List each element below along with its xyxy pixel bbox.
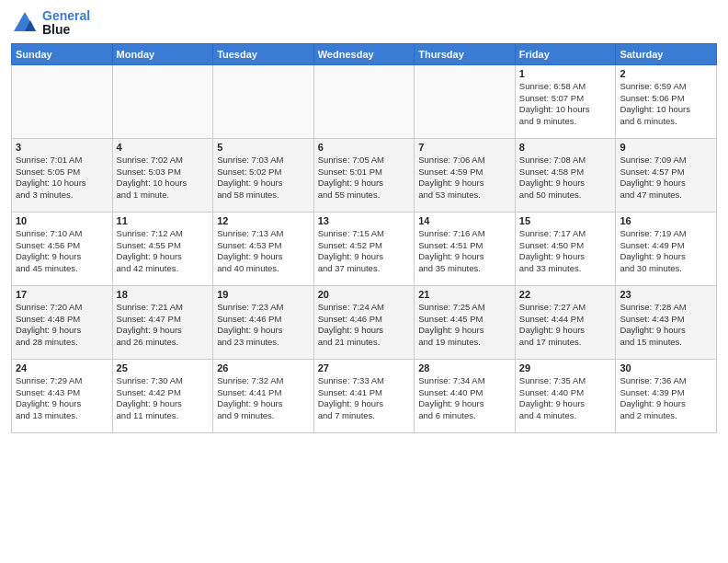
day-number: 19	[217, 289, 310, 300]
day-info: Sunrise: 7:35 AM Sunset: 4:40 PM Dayligh…	[519, 375, 612, 422]
page: General Blue SundayMondayTuesdayWednesda…	[0, 0, 728, 563]
day-number: 30	[620, 362, 712, 373]
weekday-saturday: Saturday	[616, 43, 717, 64]
calendar-cell: 18Sunrise: 7:21 AM Sunset: 4:47 PM Dayli…	[112, 285, 213, 359]
day-number: 10	[16, 215, 108, 226]
day-number: 16	[620, 215, 712, 226]
day-number: 3	[16, 142, 108, 153]
day-number: 22	[519, 289, 612, 300]
day-info: Sunrise: 7:29 AM Sunset: 4:43 PM Dayligh…	[16, 375, 108, 422]
day-number: 2	[620, 68, 712, 79]
calendar-cell	[313, 64, 415, 138]
day-info: Sunrise: 7:05 AM Sunset: 5:01 PM Dayligh…	[318, 155, 411, 201]
logo: General Blue	[11, 9, 90, 38]
day-number: 24	[16, 362, 108, 373]
day-number: 26	[217, 362, 310, 373]
day-number: 13	[318, 215, 411, 226]
day-info: Sunrise: 7:16 AM Sunset: 4:51 PM Dayligh…	[418, 228, 511, 275]
day-info: Sunrise: 7:20 AM Sunset: 4:48 PM Dayligh…	[16, 302, 108, 349]
day-number: 12	[217, 215, 310, 226]
day-info: Sunrise: 7:12 AM Sunset: 4:55 PM Dayligh…	[117, 228, 210, 275]
day-info: Sunrise: 7:32 AM Sunset: 4:41 PM Dayligh…	[217, 375, 310, 422]
calendar-cell: 1Sunrise: 6:58 AM Sunset: 5:07 PM Daylig…	[515, 64, 616, 138]
day-info: Sunrise: 7:33 AM Sunset: 4:41 PM Dayligh…	[318, 375, 411, 422]
day-info: Sunrise: 7:10 AM Sunset: 4:56 PM Dayligh…	[16, 228, 108, 275]
calendar-cell: 2Sunrise: 6:59 AM Sunset: 5:06 PM Daylig…	[616, 64, 717, 138]
calendar-cell: 6Sunrise: 7:05 AM Sunset: 5:01 PM Daylig…	[313, 138, 415, 212]
day-info: Sunrise: 7:24 AM Sunset: 4:46 PM Dayligh…	[318, 302, 411, 349]
day-info: Sunrise: 7:13 AM Sunset: 4:53 PM Dayligh…	[217, 228, 310, 275]
day-info: Sunrise: 7:34 AM Sunset: 4:40 PM Dayligh…	[418, 375, 511, 422]
week-row-2: 10Sunrise: 7:10 AM Sunset: 4:56 PM Dayli…	[12, 212, 717, 285]
weekday-thursday: Thursday	[415, 43, 516, 64]
day-number: 8	[519, 142, 612, 153]
calendar-cell: 7Sunrise: 7:06 AM Sunset: 4:59 PM Daylig…	[415, 138, 516, 212]
day-number: 4	[117, 142, 210, 153]
day-number: 6	[318, 142, 411, 153]
day-info: Sunrise: 7:21 AM Sunset: 4:47 PM Dayligh…	[117, 302, 210, 349]
calendar-cell	[112, 64, 213, 138]
calendar-cell: 25Sunrise: 7:30 AM Sunset: 4:42 PM Dayli…	[112, 359, 213, 432]
day-number: 7	[418, 142, 511, 153]
weekday-friday: Friday	[515, 43, 616, 64]
calendar-cell	[12, 64, 113, 138]
calendar-cell: 20Sunrise: 7:24 AM Sunset: 4:46 PM Dayli…	[313, 285, 415, 359]
week-row-3: 17Sunrise: 7:20 AM Sunset: 4:48 PM Dayli…	[12, 285, 717, 359]
calendar-cell: 3Sunrise: 7:01 AM Sunset: 5:05 PM Daylig…	[12, 138, 113, 212]
calendar-cell: 21Sunrise: 7:25 AM Sunset: 4:45 PM Dayli…	[415, 285, 516, 359]
day-info: Sunrise: 6:58 AM Sunset: 5:07 PM Dayligh…	[519, 81, 612, 128]
logo-icon	[11, 9, 39, 37]
calendar-cell: 30Sunrise: 7:36 AM Sunset: 4:39 PM Dayli…	[616, 359, 717, 432]
day-info: Sunrise: 7:27 AM Sunset: 4:44 PM Dayligh…	[519, 302, 612, 349]
day-info: Sunrise: 7:15 AM Sunset: 4:52 PM Dayligh…	[318, 228, 411, 275]
day-info: Sunrise: 7:08 AM Sunset: 4:58 PM Dayligh…	[519, 155, 612, 201]
day-number: 14	[418, 215, 511, 226]
calendar-cell: 23Sunrise: 7:28 AM Sunset: 4:43 PM Dayli…	[616, 285, 717, 359]
day-info: Sunrise: 7:01 AM Sunset: 5:05 PM Dayligh…	[16, 155, 108, 201]
calendar-cell: 26Sunrise: 7:32 AM Sunset: 4:41 PM Dayli…	[213, 359, 314, 432]
calendar-cell: 8Sunrise: 7:08 AM Sunset: 4:58 PM Daylig…	[515, 138, 616, 212]
week-row-4: 24Sunrise: 7:29 AM Sunset: 4:43 PM Dayli…	[12, 359, 717, 432]
calendar: SundayMondayTuesdayWednesdayThursdayFrid…	[11, 43, 717, 433]
calendar-cell: 27Sunrise: 7:33 AM Sunset: 4:41 PM Dayli…	[313, 359, 415, 432]
calendar-cell: 11Sunrise: 7:12 AM Sunset: 4:55 PM Dayli…	[112, 212, 213, 285]
day-number: 27	[318, 362, 411, 373]
calendar-cell: 16Sunrise: 7:19 AM Sunset: 4:49 PM Dayli…	[616, 212, 717, 285]
weekday-sunday: Sunday	[12, 43, 113, 64]
logo-text: General Blue	[42, 9, 90, 38]
calendar-cell: 15Sunrise: 7:17 AM Sunset: 4:50 PM Dayli…	[515, 212, 616, 285]
day-info: Sunrise: 7:06 AM Sunset: 4:59 PM Dayligh…	[418, 155, 511, 201]
day-number: 1	[519, 68, 612, 79]
day-info: Sunrise: 7:23 AM Sunset: 4:46 PM Dayligh…	[217, 302, 310, 349]
day-number: 20	[318, 289, 411, 300]
day-number: 28	[418, 362, 511, 373]
day-info: Sunrise: 7:36 AM Sunset: 4:39 PM Dayligh…	[620, 375, 712, 422]
day-info: Sunrise: 7:09 AM Sunset: 4:57 PM Dayligh…	[620, 155, 712, 201]
day-number: 15	[519, 215, 612, 226]
day-info: Sunrise: 7:28 AM Sunset: 4:43 PM Dayligh…	[620, 302, 712, 349]
day-info: Sunrise: 7:30 AM Sunset: 4:42 PM Dayligh…	[117, 375, 210, 422]
day-number: 11	[117, 215, 210, 226]
day-number: 18	[117, 289, 210, 300]
day-info: Sunrise: 7:19 AM Sunset: 4:49 PM Dayligh…	[620, 228, 712, 275]
weekday-wednesday: Wednesday	[313, 43, 415, 64]
calendar-cell: 10Sunrise: 7:10 AM Sunset: 4:56 PM Dayli…	[12, 212, 113, 285]
calendar-cell: 5Sunrise: 7:03 AM Sunset: 5:02 PM Daylig…	[213, 138, 314, 212]
day-number: 29	[519, 362, 612, 373]
calendar-cell: 13Sunrise: 7:15 AM Sunset: 4:52 PM Dayli…	[313, 212, 415, 285]
day-info: Sunrise: 6:59 AM Sunset: 5:06 PM Dayligh…	[620, 81, 712, 128]
day-number: 25	[117, 362, 210, 373]
week-row-0: 1Sunrise: 6:58 AM Sunset: 5:07 PM Daylig…	[12, 64, 717, 138]
weekday-monday: Monday	[112, 43, 213, 64]
day-number: 5	[217, 142, 310, 153]
weekday-tuesday: Tuesday	[213, 43, 314, 64]
calendar-cell	[415, 64, 516, 138]
calendar-cell	[213, 64, 314, 138]
day-number: 17	[16, 289, 108, 300]
header: General Blue	[11, 9, 717, 38]
calendar-cell: 24Sunrise: 7:29 AM Sunset: 4:43 PM Dayli…	[12, 359, 113, 432]
weekday-header-row: SundayMondayTuesdayWednesdayThursdayFrid…	[12, 43, 717, 64]
calendar-cell: 28Sunrise: 7:34 AM Sunset: 4:40 PM Dayli…	[415, 359, 516, 432]
day-number: 9	[620, 142, 712, 153]
calendar-cell: 14Sunrise: 7:16 AM Sunset: 4:51 PM Dayli…	[415, 212, 516, 285]
